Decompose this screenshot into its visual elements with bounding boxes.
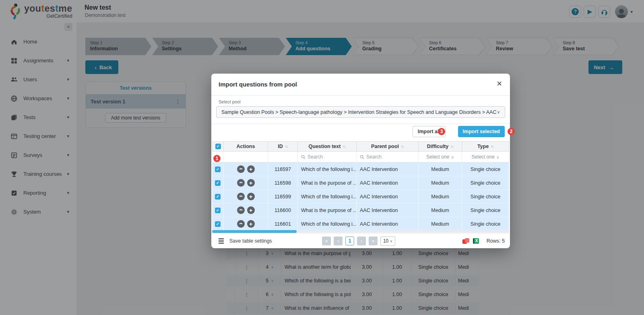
column-header-difficulty[interactable]: Difficulty↑↓ <box>419 142 462 151</box>
parent-pool-cell: AAC Intervention <box>357 163 419 176</box>
last-page-button[interactable]: » <box>369 237 378 245</box>
type-cell: Single choice <box>462 190 509 203</box>
question-text-cell: Which of the following i... <box>298 163 357 176</box>
sort-icon: ↑↓ <box>491 144 493 148</box>
import-selected-button[interactable]: Import selected <box>458 126 505 137</box>
type-cell: Single choice <box>462 217 509 231</box>
parent-pool-search-input[interactable] <box>366 154 416 160</box>
question-row[interactable]: ✓ + 116601 Which of the following i... A… <box>212 217 509 231</box>
type-filter-select[interactable]: Select one∨ <box>472 154 499 160</box>
sort-icon: ↑↓ <box>450 144 453 148</box>
row-checkbox[interactable]: ✓ <box>215 221 221 227</box>
type-cell: Single choice <box>462 204 509 217</box>
first-page-button[interactable]: « <box>322 237 331 245</box>
column-header-type[interactable]: Type↑↓ <box>462 142 509 151</box>
sort-icon: ↑↓ <box>401 144 404 148</box>
question-text-cell: Which of the following i... <box>298 217 357 231</box>
export-excel-icon[interactable]: X <box>473 238 479 244</box>
import-questions-modal: Import questions from pool × Select pool… <box>211 74 510 248</box>
page-size-select[interactable]: 10∨ <box>380 237 395 246</box>
column-header-parent-pool[interactable]: Parent pool↑↓ <box>357 142 419 151</box>
id-cell: 116601 <box>268 217 298 231</box>
chevron-down-icon: ∨ <box>497 110 500 114</box>
add-question-button[interactable]: + <box>247 165 255 173</box>
row-checkbox[interactable]: ✓ <box>215 194 221 200</box>
question-text-cell: What is the purpose of ... <box>298 176 357 189</box>
table-body: ✓ + 116597 Which of the following i... A… <box>212 163 509 231</box>
question-row[interactable]: ✓ + 116599 Which of the following i... A… <box>212 190 509 204</box>
add-question-button[interactable]: + <box>247 179 255 187</box>
parent-pool-cell: AAC Intervention <box>357 190 419 203</box>
menu-lines-icon <box>219 238 224 244</box>
add-question-button[interactable]: + <box>247 206 255 214</box>
close-icon[interactable]: × <box>497 79 502 88</box>
question-row[interactable]: ✓ + 116600 What is the purpose of ... AA… <box>212 204 509 217</box>
question-row[interactable]: ✓ + 116597 Which of the following i... A… <box>212 163 509 176</box>
search-icon <box>360 155 364 159</box>
column-header-id[interactable]: ID↑↓ <box>268 142 298 151</box>
type-cell: Single choice <box>462 163 509 176</box>
sort-icon: ↑↓ <box>285 144 288 148</box>
parent-pool-cell: AAC Intervention <box>357 176 419 189</box>
preview-question-button[interactable] <box>237 206 245 214</box>
column-header-actions: Actions <box>224 142 268 151</box>
chevron-down-icon: ∨ <box>451 155 454 159</box>
eye-icon <box>239 181 243 185</box>
column-header-question-text[interactable]: Question text↑↓ <box>298 142 357 151</box>
difficulty-cell: Medium <box>419 163 462 176</box>
eye-icon <box>239 208 243 212</box>
pool-questions-table: ✓ Actions ID↑↓ Question text↑↓ Parent po… <box>212 141 509 231</box>
add-question-button[interactable]: + <box>247 220 255 228</box>
modal-title: Import questions from pool <box>219 81 297 88</box>
type-cell: Single choice <box>462 176 509 189</box>
question-text-cell: What is the purpose of ... <box>298 204 357 217</box>
id-cell: 116597 <box>268 163 298 176</box>
pool-select-dropdown[interactable]: Sample Question Pools > Speech-language … <box>216 106 505 118</box>
save-table-settings-button[interactable]: Save table settings <box>219 238 272 244</box>
current-page-button[interactable]: 1 <box>345 237 354 245</box>
preview-question-button[interactable] <box>237 220 245 228</box>
difficulty-filter-select[interactable]: Select one∨ <box>426 154 454 160</box>
eye-icon <box>239 167 243 171</box>
sort-icon: ↑↓ <box>343 144 345 148</box>
question-text-search-input[interactable] <box>308 154 354 160</box>
row-checkbox[interactable]: ✓ <box>215 167 221 172</box>
question-row[interactable]: ✓ + 116598 What is the purpose of ... AA… <box>212 176 509 190</box>
export-buttons: X <box>462 238 479 244</box>
next-page-button[interactable]: › <box>357 237 366 245</box>
id-cell: 116599 <box>268 190 298 203</box>
eye-icon <box>239 222 243 226</box>
preview-question-button[interactable] <box>237 179 245 187</box>
parent-pool-cell: AAC Intervention <box>357 217 419 231</box>
select-all-checkbox[interactable]: ✓ <box>215 144 221 149</box>
id-cell: 116598 <box>268 176 298 189</box>
difficulty-cell: Medium <box>419 176 462 189</box>
preview-question-button[interactable] <box>237 193 245 200</box>
pool-select-value: Sample Question Pools > Speech-language … <box>221 109 497 115</box>
annotation-badge-3: 3 <box>438 128 445 135</box>
chevron-down-icon: ∨ <box>497 155 500 159</box>
annotation-badge-2: 2 <box>508 128 515 135</box>
table-filter-row: Select one∨ Select one∨ <box>212 152 509 163</box>
table-header-row: ✓ Actions ID↑↓ Question text↑↓ Parent po… <box>212 141 509 152</box>
difficulty-cell: Medium <box>419 217 462 231</box>
rows-count: Rows: 5 <box>487 238 505 244</box>
row-checkbox[interactable]: ✓ <box>215 208 221 213</box>
search-icon <box>301 155 305 159</box>
previous-page-button[interactable]: ‹ <box>334 237 343 245</box>
scrollbar-thumb[interactable] <box>212 230 297 233</box>
eye-icon <box>239 194 243 199</box>
difficulty-cell: Medium <box>419 190 462 203</box>
pagination: « ‹ 1 › » 10∨ <box>322 237 395 246</box>
preview-question-button[interactable] <box>237 165 245 173</box>
parent-pool-cell: AAC Intervention <box>357 204 419 217</box>
select-pool-label: Select pool <box>219 99 240 104</box>
question-text-cell: Which of the following i... <box>298 190 357 203</box>
export-pdf-icon[interactable] <box>462 238 469 244</box>
row-checkbox[interactable]: ✓ <box>215 180 221 186</box>
id-cell: 116600 <box>268 204 298 217</box>
add-question-button[interactable]: + <box>247 193 255 200</box>
chevron-down-icon: ∨ <box>390 239 392 243</box>
modal-table-footer: Save table settings « ‹ 1 › » 10∨ X Rows… <box>211 233 510 248</box>
annotation-badge-1: 1 <box>213 155 221 162</box>
